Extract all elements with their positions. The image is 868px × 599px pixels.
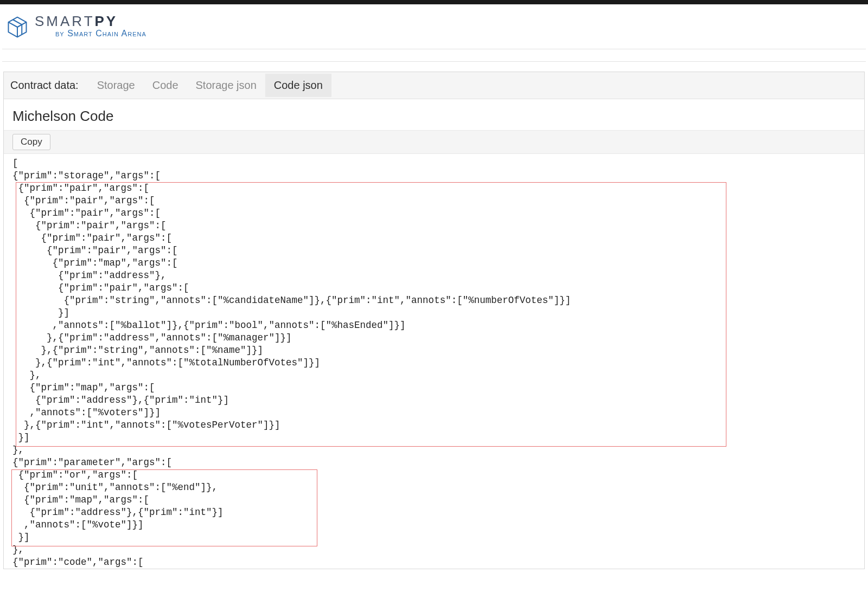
tabbar-label: Contract data: — [10, 79, 79, 92]
divider — [2, 49, 866, 49]
brand-title: SMARTPY — [35, 14, 146, 28]
panel-content: Michelson Code Copy [ {"prim":"storage",… — [4, 99, 864, 569]
code-block[interactable]: [ {"prim":"storage","args":[ {"prim":"pa… — [4, 154, 864, 569]
tab-code-json[interactable]: Code json — [265, 74, 331, 97]
app-header: SMARTPY by Smart Chain Arena — [0, 4, 868, 46]
brand-text: SMARTPY by Smart Chain Arena — [35, 14, 146, 38]
code-text: [ {"prim":"storage","args":[ {"prim":"pa… — [12, 158, 571, 568]
copy-button[interactable]: Copy — [12, 134, 50, 150]
brand-logo[interactable]: SMARTPY by Smart Chain Arena — [5, 14, 146, 39]
smartpy-logo-icon — [5, 15, 29, 39]
brand-subtitle: by Smart Chain Arena — [55, 29, 146, 38]
tab-storage-json[interactable]: Storage json — [187, 74, 265, 97]
tab-storage[interactable]: Storage — [88, 74, 144, 97]
window-chrome-bar — [0, 0, 868, 4]
contract-tabbar: Contract data: Storage Code Storage json… — [4, 72, 864, 99]
section-title: Michelson Code — [4, 106, 864, 130]
copy-bar: Copy — [4, 130, 864, 154]
tab-code[interactable]: Code — [144, 74, 187, 97]
contract-panel: Contract data: Storage Code Storage json… — [3, 72, 865, 569]
